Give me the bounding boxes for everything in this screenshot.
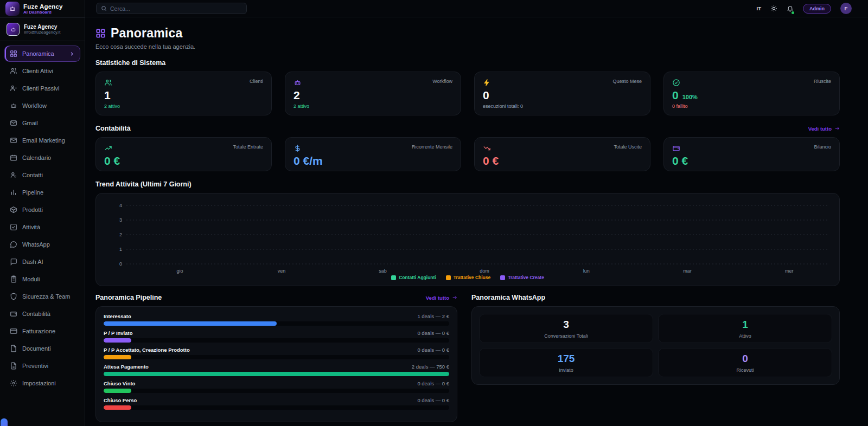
section-title: Trend Attivita (Ultimi 7 Giorni) [95, 180, 192, 188]
stat-card-questo-mese: Questo Mese 0 esecuzioni totali: 0 [474, 72, 650, 115]
sidebar-item-sicurezza-team[interactable]: Sicurezza & Team [4, 288, 80, 305]
stage-deals: 0 deals — 0 € [417, 347, 449, 353]
sidebar-item-label: Sicurezza & Team [22, 293, 70, 300]
trending-up-icon [104, 144, 112, 152]
legend-item: Trattative Create [500, 275, 544, 280]
stat-label: Ricorrente Mensile [412, 144, 452, 150]
sidebar-item-gmail[interactable]: Gmail [4, 115, 80, 131]
sidebar-item-label: Fatturazione [22, 328, 55, 334]
shield-icon [10, 293, 17, 300]
sidebar-item-calendario[interactable]: Calendario [4, 150, 80, 166]
pipeline-stage-row: P / P Accettato, Creazione Prodotto 0 de… [104, 347, 449, 359]
check-circle-icon [672, 79, 680, 87]
stat-value: 0 [672, 89, 679, 102]
progress-track [104, 389, 449, 393]
stage-label: P / P Inviato [104, 330, 133, 336]
svg-text:mar: mar [683, 268, 692, 274]
check-square-icon [10, 223, 17, 231]
whatsapp-stat-ricevuti: 0 Ricevuti [658, 348, 832, 377]
search-input[interactable] [110, 5, 242, 12]
pipeline-stage-row: P / P Inviato 0 deals — 0 € [104, 330, 449, 343]
contact-icon [10, 171, 17, 179]
search-bar[interactable] [96, 3, 247, 14]
bottom-left-floating-widget[interactable] [1, 418, 8, 426]
chevron-right-icon [69, 51, 75, 57]
stat-card-workflow: Workflow 2 2 attivo [285, 72, 461, 115]
sidebar-item-label: Impostazioni [22, 380, 56, 386]
pipeline-stage-row: Attesa Pagamento 2 deals — 750 € [104, 364, 449, 376]
sidebar-item-label: Calendario [22, 154, 51, 161]
sidebar-item-clienti-passivi[interactable]: Clienti Passivi [4, 80, 80, 96]
sidebar-item-clienti-attivi[interactable]: Clienti Attivi [4, 63, 80, 79]
pipeline-section: Panoramica Pipeline Vedi tutto Interessa… [95, 294, 457, 422]
accounting-see-all-link[interactable]: Vedi tutto [808, 126, 840, 132]
app-logo[interactable]: Fuze Agency AI Dashboard [0, 0, 85, 18]
sidebar-item-attivita[interactable]: Attività [4, 219, 80, 235]
app-subtitle: AI Dashboard [23, 10, 63, 15]
sidebar-item-panoramica[interactable]: Panoramica [4, 46, 80, 62]
pipeline-stage-row: Interessato 1 deals — 2 € [104, 313, 449, 326]
accounting-section-header: Contabilità Vedi tutto [95, 125, 840, 132]
sidebar-item-label: Contatti [22, 172, 43, 178]
legend-item: Contatti Aggiunti [391, 275, 436, 280]
sidebar-item-dash-ai[interactable]: Dash AI [4, 254, 80, 270]
legend-label: Contatti Aggiunti [399, 275, 436, 280]
progress-track [104, 405, 449, 410]
section-title: Statistiche di Sistema [95, 59, 165, 67]
sidebar: Fuze Agency AI Dashboard Fuze Agency inf… [0, 0, 85, 426]
robot-icon [9, 5, 16, 12]
stat-value: 2 [293, 89, 300, 102]
pipeline-stage-row: Chiuso Vinto 0 deals — 0 € [104, 380, 449, 393]
whatsapp-section-header: Panoramica WhatsApp [471, 294, 840, 301]
progress-fill [104, 372, 449, 376]
stat-label: Totale Entrate [233, 144, 263, 150]
calendar-icon [10, 154, 17, 162]
system-section-header: Statistiche di Sistema [95, 59, 840, 67]
svg-text:ven: ven [278, 268, 286, 274]
sidebar-item-label: Dash AI [22, 259, 43, 265]
app-name: Fuze Agency [23, 3, 63, 10]
stat-value-suffix: 100% [682, 94, 698, 100]
sidebar-item-label: Gmail [22, 120, 38, 126]
progress-track [104, 338, 449, 343]
progress-fill [104, 355, 131, 359]
stage-label: Chiuso Vinto [104, 380, 135, 386]
stat-value: 0 € [672, 154, 688, 167]
sidebar-item-contatti[interactable]: Contatti [4, 167, 80, 183]
svg-text:dom: dom [480, 268, 489, 274]
stat-card-totale-entrate: Totale Entrate 0 € [95, 137, 272, 171]
stage-label: Attesa Pagamento [104, 364, 149, 370]
sidebar-item-fatturazione[interactable]: Fatturazione [4, 323, 80, 339]
sidebar-item-email-marketing[interactable]: Email Marketing [4, 132, 80, 149]
settings-icon [10, 379, 17, 387]
pipeline-see-all-link[interactable]: Vedi tutto [426, 295, 457, 301]
sidebar-item-prodotti[interactable]: Prodotti [4, 202, 80, 218]
app-root: Fuze Agency AI Dashboard Fuze Agency inf… [0, 0, 868, 426]
account-card[interactable]: Fuze Agency info@fuzeagency.it [0, 18, 85, 41]
sidebar-item-documenti[interactable]: Documenti [4, 340, 80, 357]
sidebar-item-pipeline[interactable]: Pipeline [4, 184, 80, 201]
language-selector[interactable]: IT [757, 5, 761, 11]
bot-icon [10, 102, 17, 109]
bot-icon [293, 79, 302, 87]
stat-label: Totale Uscite [614, 144, 642, 150]
pipeline-stage-row: Chiuso Perso 0 deals — 0 € [104, 397, 449, 410]
sidebar-item-contabilita[interactable]: Contabilità [4, 306, 80, 322]
sidebar-item-preventivi[interactable]: Preventivi [4, 358, 80, 374]
sidebar-item-impostazioni[interactable]: Impostazioni [4, 375, 80, 391]
grid-icon [95, 28, 106, 38]
whatsapp-stat-value: 1 [742, 319, 748, 331]
theme-toggle-icon[interactable] [770, 5, 777, 12]
stage-deals: 2 deals — 750 € [412, 364, 449, 370]
sidebar-item-moduli[interactable]: Moduli [4, 271, 80, 287]
sidebar-item-workflow[interactable]: Workflow [4, 98, 80, 114]
user-avatar[interactable]: F [840, 3, 852, 14]
whatsapp-stat-value: 3 [563, 319, 569, 331]
svg-text:0: 0 [119, 261, 122, 267]
sidebar-item-whatsapp[interactable]: WhatsApp [4, 236, 80, 253]
whatsapp-stat-inviato: 175 Inviato [479, 348, 653, 377]
notifications-bell-icon[interactable] [787, 5, 794, 12]
admin-badge[interactable]: Admin [803, 4, 831, 14]
svg-text:3: 3 [119, 217, 122, 223]
svg-text:lun: lun [583, 268, 590, 274]
